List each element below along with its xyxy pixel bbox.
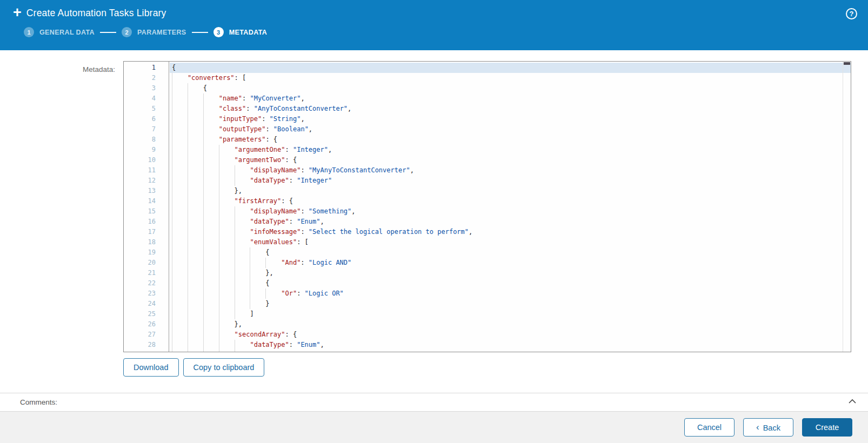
indent-guide bbox=[219, 186, 235, 196]
code-line[interactable]: "And": "Logic AND" bbox=[170, 258, 851, 268]
indent-guide bbox=[219, 319, 235, 330]
indent-guide bbox=[203, 247, 219, 258]
line-number: 6 bbox=[124, 114, 169, 124]
code-line[interactable]: "dataType": "Enum", bbox=[170, 340, 851, 350]
indent-guide bbox=[203, 237, 219, 247]
copy-to-clipboard-button[interactable]: Copy to clipboard bbox=[183, 358, 265, 377]
code-line[interactable]: { bbox=[170, 247, 851, 258]
metadata-code-editor[interactable]: 1234567891011121314151617181920212223242… bbox=[123, 61, 851, 352]
indent-guide bbox=[172, 217, 188, 227]
code-line[interactable]: { bbox=[170, 63, 851, 73]
indent-guide bbox=[172, 104, 188, 114]
indent-guide bbox=[250, 258, 265, 268]
indent-guide bbox=[203, 299, 219, 309]
indent-guide bbox=[172, 319, 188, 330]
editor-gutter: 1234567891011121314151617181920212223242… bbox=[124, 62, 169, 352]
wizard-header: + Create Automation Tasks Library ? 1GEN… bbox=[0, 0, 868, 50]
indent-guide bbox=[203, 278, 219, 288]
indent-guide bbox=[203, 104, 219, 114]
indent-guide bbox=[188, 309, 203, 319]
indent-guide bbox=[250, 268, 265, 278]
indent-guide bbox=[188, 83, 203, 93]
indent-guide bbox=[250, 247, 265, 258]
indent-guide bbox=[265, 288, 281, 299]
code-line[interactable]: "enumValues": [ bbox=[170, 350, 851, 352]
code-line[interactable]: "infoMessage": "Select the logical opera… bbox=[170, 227, 851, 237]
indent-guide bbox=[219, 258, 235, 268]
step-connector bbox=[100, 32, 116, 33]
indent-guide bbox=[219, 350, 235, 352]
indent-guide bbox=[203, 206, 219, 217]
code-line[interactable]: "Or": "Logic OR" bbox=[170, 288, 851, 299]
indent-guide bbox=[188, 237, 203, 247]
editor-scrollbar-thumb[interactable] bbox=[844, 62, 850, 65]
comments-label: Comments: bbox=[20, 398, 57, 406]
create-button[interactable]: Create bbox=[802, 418, 852, 437]
indent-guide bbox=[188, 176, 203, 186]
code-line[interactable]: "dataType": "Integer" bbox=[170, 176, 851, 186]
indent-guide bbox=[265, 258, 281, 268]
code-line[interactable]: "class": "AnyToConstantConverter", bbox=[170, 104, 851, 114]
code-line[interactable]: "dataType": "Enum", bbox=[170, 217, 851, 227]
code-line[interactable]: "inputType": "String", bbox=[170, 114, 851, 124]
line-number: 9 bbox=[124, 145, 169, 155]
indent-guide bbox=[172, 258, 188, 268]
code-line[interactable]: "argumentOne": "Integer", bbox=[170, 145, 851, 155]
code-line[interactable]: "enumValues": [ bbox=[170, 237, 851, 247]
step-general-data[interactable]: 1GENERAL DATA bbox=[24, 27, 95, 37]
indent-guide bbox=[203, 330, 219, 340]
code-line[interactable]: "name": "MyConverter", bbox=[170, 93, 851, 104]
code-line[interactable]: "outputType": "Boolean", bbox=[170, 124, 851, 135]
line-number: 4 bbox=[124, 93, 169, 104]
indent-guide bbox=[203, 165, 219, 176]
line-number: 27 bbox=[124, 330, 169, 340]
chevron-up-icon[interactable] bbox=[849, 399, 856, 404]
code-line[interactable]: "parameters": { bbox=[170, 135, 851, 145]
indent-guide bbox=[203, 145, 219, 155]
indent-guide bbox=[172, 93, 188, 104]
cancel-button[interactable]: Cancel bbox=[684, 418, 735, 437]
indent-guide bbox=[235, 288, 250, 299]
code-line[interactable]: "converters": [ bbox=[170, 73, 851, 83]
code-line[interactable]: { bbox=[170, 83, 851, 93]
indent-guide bbox=[203, 309, 219, 319]
code-line[interactable]: "argumentTwo": { bbox=[170, 155, 851, 165]
code-line[interactable]: "displayName": "Something", bbox=[170, 206, 851, 217]
plus-icon: + bbox=[13, 7, 22, 18]
code-line[interactable]: "displayName": "MyAnyToConstantConverter… bbox=[170, 165, 851, 176]
editor-code-area[interactable]: {"converters": [{"name": "MyConverter","… bbox=[170, 62, 851, 352]
indent-guide bbox=[172, 83, 188, 93]
indent-guide bbox=[172, 165, 188, 176]
code-line[interactable]: }, bbox=[170, 319, 851, 330]
indent-guide bbox=[172, 278, 188, 288]
indent-guide bbox=[219, 217, 235, 227]
code-line[interactable]: }, bbox=[170, 268, 851, 278]
code-line[interactable]: }, bbox=[170, 186, 851, 196]
code-line[interactable]: "secondArray": { bbox=[170, 330, 851, 340]
step-parameters[interactable]: 2PARAMETERS bbox=[122, 27, 186, 37]
code-line[interactable]: "firstArray": { bbox=[170, 196, 851, 206]
back-button[interactable]: ‹Back bbox=[743, 418, 793, 437]
indent-guide bbox=[219, 309, 235, 319]
indent-guide bbox=[219, 176, 235, 186]
help-icon[interactable]: ? bbox=[846, 8, 857, 19]
code-line[interactable]: ] bbox=[170, 309, 851, 319]
indent-guide bbox=[188, 206, 203, 217]
indent-guide bbox=[188, 114, 203, 124]
line-number: 29 bbox=[124, 350, 169, 352]
line-number: 22 bbox=[124, 278, 169, 288]
line-number: 24 bbox=[124, 299, 169, 309]
download-button[interactable]: Download bbox=[123, 358, 179, 377]
code-line[interactable]: } bbox=[170, 299, 851, 309]
step-metadata[interactable]: 3METADATA bbox=[213, 27, 268, 37]
editor-scrollbar[interactable] bbox=[843, 62, 851, 352]
line-number: 8 bbox=[124, 135, 169, 145]
indent-guide bbox=[188, 104, 203, 114]
line-number: 20 bbox=[124, 258, 169, 268]
code-line[interactable]: { bbox=[170, 278, 851, 288]
indent-guide bbox=[203, 340, 219, 350]
line-number: 15 bbox=[124, 206, 169, 217]
indent-guide bbox=[235, 227, 250, 237]
indent-guide bbox=[188, 196, 203, 206]
indent-guide bbox=[172, 176, 188, 186]
